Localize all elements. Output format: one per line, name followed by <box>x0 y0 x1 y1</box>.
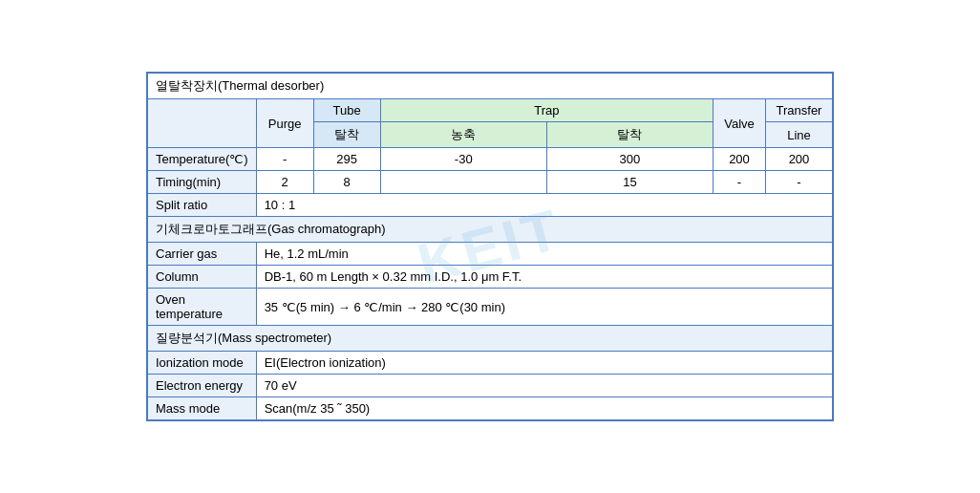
split-value: 10 : 1 <box>256 194 832 217</box>
ionization-value: EI(Electron ionization) <box>256 352 832 375</box>
timing-transfer: - <box>766 171 833 194</box>
col-trap-sub1: 농축 <box>380 122 546 148</box>
main-table-wrapper: KEIT 열탈착장치(Thermal desorber) Purge Tube … <box>146 72 834 421</box>
split-label: Split ratio <box>148 194 257 217</box>
temperature-label: Temperature(℃) <box>148 148 257 171</box>
ionization-label: Ionization mode <box>148 352 257 375</box>
temperature-tube: 295 <box>313 148 380 171</box>
electron-value: 70 eV <box>256 375 832 397</box>
temperature-valve: 200 <box>714 148 766 171</box>
mass-label: Mass mode <box>148 397 257 420</box>
col-tube-sub: 탈착 <box>313 122 380 148</box>
temperature-trap2: 300 <box>546 148 713 171</box>
timing-purge: 2 <box>256 171 313 194</box>
timing-valve: - <box>714 171 766 194</box>
oven-value: 35 ℃(5 min) → 6 ℃/min → 280 ℃(30 min) <box>256 289 832 326</box>
col-transfer-1: Transfer <box>766 99 833 122</box>
gc-header: 기체크로마토그래프(Gas chromatograph) <box>148 217 833 243</box>
col-purge: Purge <box>256 99 313 148</box>
col-trap-sub2: 탈착 <box>546 122 713 148</box>
mass-value: Scan(m/z 35 ˜ 350) <box>256 397 832 420</box>
col-trap: Trap <box>380 99 713 122</box>
timing-trap1 <box>380 171 546 194</box>
timing-tube: 8 <box>313 171 380 194</box>
ms-header: 질량분석기(Mass spectrometer) <box>148 326 833 352</box>
column-value: DB-1, 60 m Length × 0.32 mm I.D., 1.0 μm… <box>256 266 832 289</box>
carrier-label: Carrier gas <box>148 243 257 266</box>
column-label: Column <box>148 266 257 289</box>
col-transfer-2: Line <box>766 122 833 148</box>
carrier-value: He, 1.2 mL/min <box>256 243 832 266</box>
temperature-purge: - <box>256 148 313 171</box>
timing-trap2: 15 <box>546 171 713 194</box>
col-valve: Valve <box>714 99 766 148</box>
col-empty <box>148 99 257 148</box>
electron-label: Electron energy <box>148 375 257 397</box>
oven-label: Oven temperature <box>148 289 257 326</box>
col-tube: Tube <box>313 99 380 122</box>
timing-label: Timing(min) <box>148 171 257 194</box>
temperature-trap1: -30 <box>380 148 546 171</box>
thermal-header: 열탈착장치(Thermal desorber) <box>148 74 833 99</box>
temperature-transfer: 200 <box>766 148 833 171</box>
